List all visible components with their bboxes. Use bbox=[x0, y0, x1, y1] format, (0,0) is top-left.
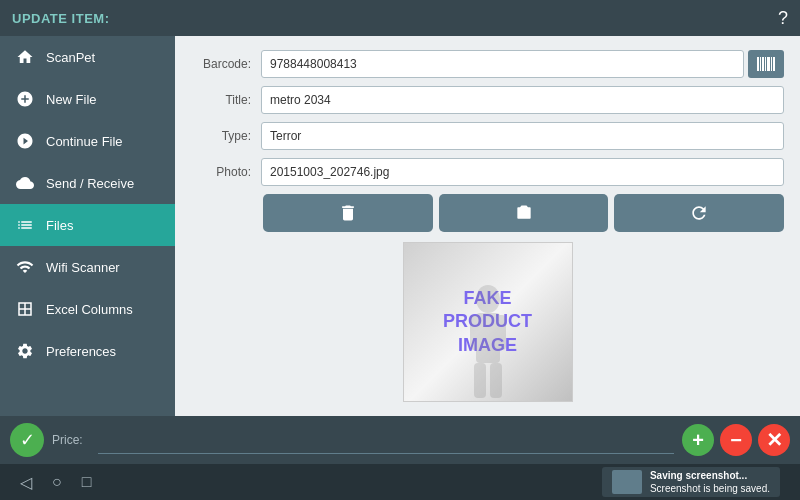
sidebar-label-files: Files bbox=[46, 218, 73, 233]
sidebar: ScanPet New File Continue File Send / Re… bbox=[0, 36, 175, 416]
title-label: Title: bbox=[191, 93, 261, 107]
type-input[interactable] bbox=[261, 122, 784, 150]
svg-rect-1 bbox=[760, 57, 761, 71]
close-button[interactable]: ✕ bbox=[758, 424, 790, 456]
delete-button[interactable] bbox=[263, 194, 433, 232]
svg-rect-3 bbox=[765, 57, 766, 71]
sidebar-label-excel-columns: Excel Columns bbox=[46, 302, 133, 317]
home-nav-icon[interactable]: ○ bbox=[52, 473, 62, 492]
settings-icon bbox=[14, 340, 36, 362]
svg-rect-2 bbox=[762, 57, 764, 71]
photo-row: Photo: bbox=[191, 158, 784, 186]
screenshot-notification: Saving screenshot... Screenshot is being… bbox=[602, 467, 780, 497]
main-layout: ScanPet New File Continue File Send / Re… bbox=[0, 36, 800, 416]
barcode-row: Barcode: bbox=[191, 50, 784, 78]
sidebar-label-scanpet: ScanPet bbox=[46, 50, 95, 65]
svg-rect-4 bbox=[767, 57, 770, 71]
product-image: FAKE PRODUCT IMAGE bbox=[403, 242, 573, 402]
sidebar-item-wifi-scanner[interactable]: Wifi Scanner bbox=[0, 246, 175, 288]
add-circle-icon bbox=[14, 88, 36, 110]
sidebar-label-send-receive: Send / Receive bbox=[46, 176, 134, 191]
sidebar-item-preferences[interactable]: Preferences bbox=[0, 330, 175, 372]
nav-bar: ◁ ○ □ Saving screenshot... Screenshot is… bbox=[0, 464, 800, 500]
top-bar: UPDATE ITEM: ? bbox=[0, 0, 800, 36]
svg-rect-5 bbox=[771, 57, 772, 71]
sidebar-label-preferences: Preferences bbox=[46, 344, 116, 359]
camera-button[interactable] bbox=[439, 194, 609, 232]
svg-point-7 bbox=[476, 285, 500, 313]
type-label: Type: bbox=[191, 129, 261, 143]
sidebar-item-new-file[interactable]: New File bbox=[0, 78, 175, 120]
sidebar-label-new-file: New File bbox=[46, 92, 97, 107]
sidebar-label-continue-file: Continue File bbox=[46, 134, 123, 149]
screenshot-text: Saving screenshot... Screenshot is being… bbox=[650, 469, 770, 495]
svg-rect-12 bbox=[490, 363, 502, 398]
screenshot-thumbnail bbox=[612, 470, 642, 494]
sidebar-item-send-receive[interactable]: Send / Receive bbox=[0, 162, 175, 204]
home-icon bbox=[14, 46, 36, 68]
sidebar-item-files[interactable]: Files bbox=[0, 204, 175, 246]
price-input[interactable] bbox=[98, 426, 674, 454]
svg-rect-6 bbox=[773, 57, 775, 71]
minus-button[interactable]: − bbox=[720, 424, 752, 456]
cloud-icon bbox=[14, 172, 36, 194]
sidebar-item-continue-file[interactable]: Continue File bbox=[0, 120, 175, 162]
page-title: UPDATE ITEM: bbox=[12, 11, 109, 26]
help-button[interactable]: ? bbox=[778, 8, 788, 29]
back-icon[interactable]: ◁ bbox=[20, 473, 32, 492]
title-input[interactable] bbox=[261, 86, 784, 114]
sidebar-item-scanpet[interactable]: ScanPet bbox=[0, 36, 175, 78]
photo-input[interactable] bbox=[261, 158, 784, 186]
bottom-bar: ✓ Price: + − ✕ bbox=[0, 416, 800, 464]
content-area: Barcode: Title: Type: bbox=[175, 36, 800, 416]
silhouette-icon bbox=[458, 281, 518, 401]
svg-rect-10 bbox=[496, 315, 506, 350]
bottom-left: ✓ bbox=[10, 423, 44, 457]
barcode-scan-button[interactable] bbox=[748, 50, 784, 78]
barcode-label: Barcode: bbox=[191, 57, 261, 71]
svg-rect-11 bbox=[474, 363, 486, 398]
sidebar-label-wifi-scanner: Wifi Scanner bbox=[46, 260, 120, 275]
wifi-icon bbox=[14, 256, 36, 278]
barcode-input[interactable] bbox=[261, 50, 744, 78]
refresh-button[interactable] bbox=[614, 194, 784, 232]
confirm-button[interactable]: ✓ bbox=[10, 423, 44, 457]
svg-rect-0 bbox=[757, 57, 759, 71]
add-button[interactable]: + bbox=[682, 424, 714, 456]
price-row: Price: bbox=[52, 426, 674, 454]
price-label: Price: bbox=[52, 433, 92, 447]
type-row: Type: bbox=[191, 122, 784, 150]
recent-apps-icon[interactable]: □ bbox=[82, 473, 92, 492]
svg-rect-9 bbox=[470, 315, 480, 350]
action-buttons-row bbox=[191, 194, 784, 232]
title-row: Title: bbox=[191, 86, 784, 114]
list-icon bbox=[14, 214, 36, 236]
nav-icons: ◁ ○ □ bbox=[20, 473, 91, 492]
photo-label: Photo: bbox=[191, 165, 261, 179]
play-circle-icon bbox=[14, 130, 36, 152]
sidebar-item-excel-columns[interactable]: Excel Columns bbox=[0, 288, 175, 330]
bottom-right: + − ✕ bbox=[682, 424, 790, 456]
grid-icon bbox=[14, 298, 36, 320]
